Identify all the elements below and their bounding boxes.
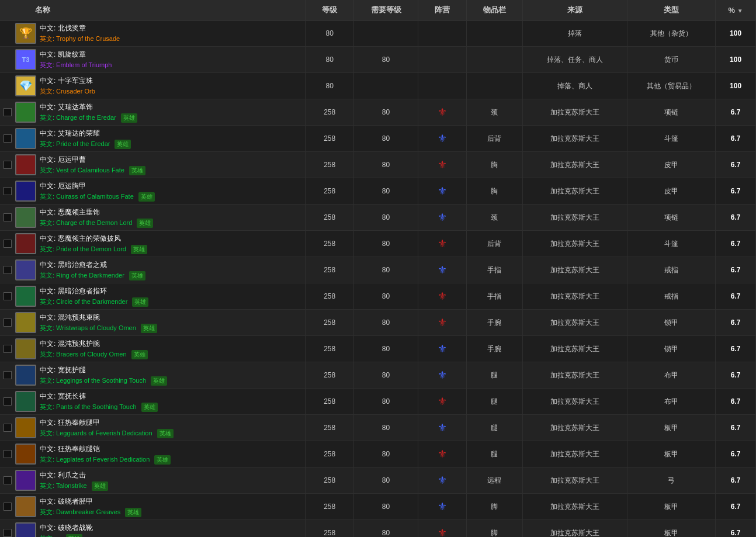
english-name: 英文: Pride of the Eredar	[40, 140, 110, 148]
item-type: 戒指	[627, 283, 715, 310]
hero-badge: 英雄	[151, 376, 167, 386]
table-row[interactable]: 🏆中文: 北伐奖章英文: Trophy of the Crusade80掉落其他…	[0, 20, 756, 47]
row-checkbox[interactable]	[4, 292, 12, 300]
item-level: 258	[306, 494, 354, 520]
hero-badge: 英雄	[131, 245, 147, 254]
item-source: 加拉克苏斯大王	[522, 283, 627, 310]
table-row[interactable]: 中文: 破晓者战靴英文: ...英雄25880⚜脚加拉克苏斯大王板甲6.7	[0, 520, 756, 538]
item-slot: 腿	[466, 441, 522, 467]
horde-icon: ⚜	[438, 396, 447, 407]
chinese-name: 中文: 宽抚护腿	[40, 365, 167, 375]
faction-cell: ⚜	[418, 152, 467, 178]
table-row[interactable]: 中文: 破晓者胫甲英文: Dawnbreaker Greaves英雄25880⚜…	[0, 494, 756, 520]
row-checkbox[interactable]	[4, 161, 12, 169]
name-cell: 中文: 破晓者胫甲英文: Dawnbreaker Greaves英雄	[0, 494, 306, 520]
table-row[interactable]: 中文: 混沌预兆束腕英文: Wristwraps of Cloudy Omen英…	[0, 310, 756, 336]
req-level: 80	[353, 178, 418, 205]
alliance-icon: ⚜	[438, 501, 447, 512]
col-slot[interactable]: 物品栏	[466, 0, 522, 20]
item-slot: 腿	[466, 389, 522, 415]
chinese-name: 中文: 艾瑞达的荣耀	[40, 129, 131, 138]
table-row[interactable]: 中文: 黑暗治愈者指环英文: Circle of the Darkmender英…	[0, 283, 756, 310]
row-checkbox[interactable]	[4, 424, 12, 432]
item-names-block: 中文: 恶魔领主的荣傲披风英文: Pride of the Demon Lord…	[40, 234, 147, 254]
table-row[interactable]: 💎中文: 十字军宝珠英文: Crusader Orb80掉落、商人其他（贸易品）…	[0, 73, 756, 99]
item-type: 板甲	[627, 494, 715, 520]
faction-cell: ⚜	[418, 441, 467, 467]
item-pct: 6.7	[716, 205, 756, 231]
row-checkbox[interactable]	[4, 529, 12, 537]
row-checkbox[interactable]	[4, 213, 12, 221]
table-row[interactable]: 中文: 狂热奉献腿铠英文: Legplates of Feverish Dedi…	[0, 441, 756, 467]
row-checkbox[interactable]	[4, 503, 12, 511]
name-cell: 中文: 利爪之击英文: Talonstrike英雄	[0, 467, 306, 494]
table-row[interactable]: 中文: 艾瑞达革饰英文: Charge of the Eredar英雄25880…	[0, 99, 756, 126]
table-row[interactable]: 中文: 宽抚长裤英文: Pants of the Soothing Touch英…	[0, 389, 756, 415]
table-row[interactable]: 中文: 狂热奉献腿甲英文: Legguards of Feverish Dedi…	[0, 415, 756, 441]
hero-badge: 英雄	[129, 166, 145, 175]
table-row[interactable]: 中文: 黑暗治愈者之戒英文: Ring of the Darkmender英雄2…	[0, 257, 756, 283]
col-source[interactable]: 来源	[522, 0, 627, 20]
item-icon	[15, 128, 36, 149]
req-level: 80	[353, 494, 418, 520]
table-row[interactable]: 中文: 宽抚护腿英文: Leggings of the Soothing Tou…	[0, 362, 756, 389]
english-name: 英文: Bracers of Cloudy Omen	[40, 350, 127, 359]
col-pct[interactable]: % ▼	[716, 0, 756, 20]
english-name: 英文: Talonstrike	[40, 481, 87, 490]
horde-icon: ⚜	[438, 159, 447, 171]
row-checkbox[interactable]	[4, 345, 12, 353]
item-type: 布甲	[627, 362, 715, 389]
row-checkbox[interactable]	[4, 108, 12, 116]
row-checkbox[interactable]	[4, 397, 12, 406]
alliance-icon: ⚜	[438, 264, 447, 276]
col-req-level[interactable]: 需要等级	[353, 0, 418, 20]
row-checkbox[interactable]	[4, 240, 12, 248]
item-source: 掉落、商人	[522, 73, 627, 99]
item-pct: 6.7	[716, 520, 756, 538]
hero-badge: 英雄	[115, 140, 131, 149]
horde-icon: ⚜	[438, 448, 447, 460]
row-checkbox[interactable]	[4, 266, 12, 274]
chinese-name: 中文: 混沌预兆护腕	[40, 339, 148, 349]
faction-cell: ⚜	[418, 310, 467, 336]
row-checkbox[interactable]	[4, 371, 12, 379]
table-row[interactable]: 中文: 恶魔领主垂饰英文: Charge of the Demon Lord英雄…	[0, 205, 756, 231]
name-cell: 💎中文: 十字军宝珠英文: Crusader Orb	[0, 73, 306, 99]
col-level[interactable]: 等级	[306, 0, 354, 20]
row-checkbox[interactable]	[4, 187, 12, 195]
table-row[interactable]: 中文: 利爪之击英文: Talonstrike英雄25880⚜远程加拉克苏斯大王…	[0, 467, 756, 494]
item-source: 加拉克苏斯大王	[522, 467, 627, 494]
table-row[interactable]: 中文: 艾瑞达的荣耀英文: Pride of the Eredar英雄25880…	[0, 126, 756, 152]
name-cell: 中文: 宽抚护腿英文: Leggings of the Soothing Tou…	[0, 362, 306, 389]
row-checkbox[interactable]	[4, 134, 12, 143]
item-level: 258	[306, 99, 354, 126]
row-checkbox[interactable]	[4, 476, 12, 484]
table-row[interactable]: 中文: 厄运甲曹英文: Vest of Calamitous Fate英雄258…	[0, 152, 756, 178]
table-header: 名称 等级 需要等级 阵营 物品栏 来源 类型 % ▼	[0, 0, 756, 20]
row-checkbox[interactable]	[4, 318, 12, 327]
table-row[interactable]: 中文: 恶魔领主的荣傲披风英文: Pride of the Demon Lord…	[0, 231, 756, 257]
faction-cell	[418, 73, 467, 99]
req-level: 80	[353, 99, 418, 126]
chinese-name: 中文: 厄运甲曹	[40, 155, 145, 165]
item-icon	[15, 259, 36, 280]
name-cell: 中文: 艾瑞达革饰英文: Charge of the Eredar英雄	[0, 99, 306, 126]
item-names-block: 中文: 宽抚护腿英文: Leggings of the Soothing Tou…	[40, 365, 167, 386]
item-names-block: 中文: 狂热奉献腿甲英文: Legguards of Feverish Dedi…	[40, 418, 174, 438]
item-icon	[15, 312, 36, 333]
item-icon	[15, 391, 36, 412]
item-level: 80	[306, 47, 354, 73]
alliance-icon: ⚜	[438, 474, 447, 486]
row-checkbox[interactable]	[4, 450, 12, 458]
col-faction[interactable]: 阵营	[418, 0, 467, 20]
item-source: 加拉克苏斯大王	[522, 205, 627, 231]
item-level: 258	[306, 283, 354, 310]
req-level: 80	[353, 283, 418, 310]
table-row[interactable]: 中文: 混沌预兆护腕英文: Bracers of Cloudy Omen英雄25…	[0, 336, 756, 362]
col-type[interactable]: 类型	[627, 0, 715, 20]
hero-badge: 英雄	[138, 192, 155, 202]
table-row[interactable]: T3中文: 凯旋纹章英文: Emblem of Triumph8080掉落、任务…	[0, 47, 756, 73]
item-level: 258	[306, 231, 354, 257]
item-icon	[15, 365, 36, 386]
table-row[interactable]: 中文: 厄运胸甲英文: Cuirass of Calamitous Fate英雄…	[0, 178, 756, 205]
